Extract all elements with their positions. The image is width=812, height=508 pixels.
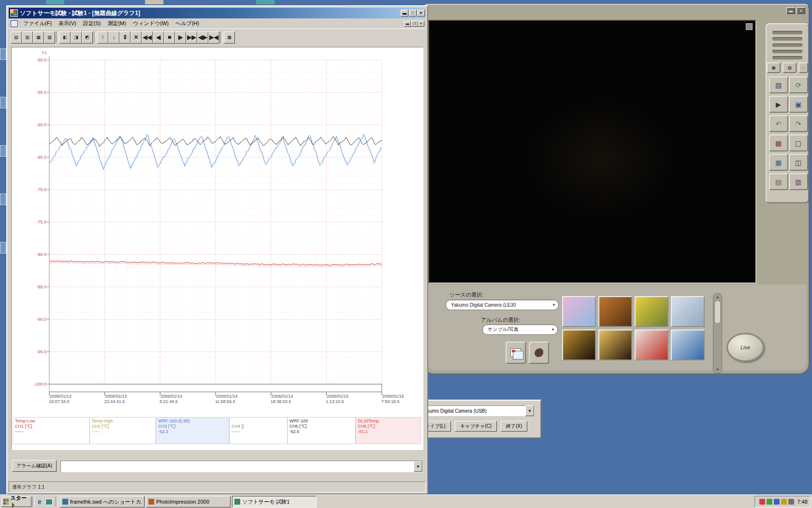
tray-recorder-icon[interactable] <box>759 499 765 505</box>
thumbnail-coast[interactable] <box>671 329 705 360</box>
desktop-icon-sliver[interactable] <box>145 0 163 4</box>
graph-style-3-button[interactable]: ▦ <box>33 31 44 44</box>
auto-scale-button[interactable]: ✕ <box>130 31 142 44</box>
layout-button[interactable]: ▧ <box>769 76 788 93</box>
rotate-left-button[interactable]: ↶ <box>769 115 788 132</box>
tray-network-icon[interactable] <box>767 499 772 505</box>
scroll-up-icon[interactable]: ▲ <box>713 294 722 300</box>
menu-4[interactable]: ウィンドウ(W) <box>130 19 172 28</box>
x-tick-label: '2006/01/1322:44:41.5 <box>104 394 155 404</box>
maximize-button[interactable]: □ <box>409 10 417 16</box>
task-button-2[interactable]: ソフトサーモ 試験1 <box>232 496 317 508</box>
clock[interactable]: 7:48 <box>798 499 808 505</box>
desktop-icon-partial[interactable] <box>0 145 6 157</box>
album-grid-button[interactable]: ▦ <box>769 154 788 171</box>
live-button[interactable]: Live <box>726 333 764 362</box>
alarm-confirm-button[interactable]: アラーム確認(A) <box>12 460 57 472</box>
acquire-button[interactable] <box>529 342 549 364</box>
desktop-icon-partial[interactable] <box>0 48 6 60</box>
source-select-dropdown[interactable]: Yakumo Digital Camera (LE30 ▼ <box>446 299 559 310</box>
desktop-icon-partial[interactable] <box>0 242 6 254</box>
scroll-down-icon[interactable]: ▼ <box>713 366 722 373</box>
scale-3-button[interactable]: ◩ <box>82 31 93 44</box>
task-button-0[interactable]: framethk.swd へのショートカ... <box>60 496 145 508</box>
minimize-button[interactable]: ▬ <box>401 10 408 16</box>
album-select-dropdown[interactable]: サンプル/写真 ▼ <box>482 324 558 335</box>
source-select-label: ソースの選択: <box>450 291 483 299</box>
frame-button[interactable]: ▣ <box>789 96 808 113</box>
minimize-button[interactable]: ▬ <box>786 7 795 14</box>
desktop-icon-sliver[interactable] <box>46 0 64 4</box>
desktop-icon-sliver[interactable] <box>256 0 275 4</box>
zoom-out-icon[interactable]: ⊖ <box>783 62 797 73</box>
tray-device-icon[interactable] <box>788 499 794 505</box>
menu-5[interactable]: ヘルプ(H) <box>172 19 203 28</box>
forward-button[interactable]: ▶ <box>175 31 186 44</box>
zoom-reset-button[interactable]: ▫ <box>798 62 808 73</box>
thumbnail-yellow-flowers[interactable] <box>635 296 668 327</box>
play-button[interactable]: ▶ <box>769 96 788 113</box>
split-view-button[interactable]: ◫ <box>789 154 808 171</box>
close-icon[interactable]: ✕ <box>797 7 805 14</box>
copy-button[interactable]: ▩ <box>769 134 788 151</box>
compress-time-button[interactable]: ▶◀ <box>208 31 219 44</box>
menu-3[interactable]: 測定(M) <box>104 19 130 28</box>
quicklaunch-desktop-icon[interactable] <box>45 499 53 505</box>
mdi-minimize-button[interactable]: ▬ <box>404 21 411 27</box>
menu-2[interactable]: 設定(S) <box>80 19 104 28</box>
mdi-close-icon[interactable]: ✕ <box>418 21 424 27</box>
legend-cell-ch5: WRF-100CH5 [℃]-62.6 <box>287 418 356 444</box>
refresh-button[interactable]: ⟳ <box>789 76 808 93</box>
mdi-child-icon[interactable] <box>11 20 18 27</box>
fast-forward-button[interactable]: ▶▶ <box>186 31 197 44</box>
stop-button[interactable]: ■ <box>164 31 175 44</box>
desktop-icon-partial[interactable] <box>0 97 6 108</box>
grid-settings-button[interactable]: ▦ <box>224 31 235 44</box>
tray-display-icon[interactable] <box>774 499 780 505</box>
back-button[interactable]: ◀ <box>153 31 164 44</box>
list-view-button[interactable]: ▤ <box>769 173 788 190</box>
quicklaunch-ie-icon[interactable]: e <box>36 498 44 506</box>
import-photos-button[interactable] <box>506 342 526 364</box>
tray-volume-icon[interactable] <box>781 499 787 505</box>
expand-time-button[interactable]: ◀▶ <box>197 31 208 44</box>
start-button[interactable]: スタート <box>1 496 31 507</box>
legend-value: -62.3 <box>158 429 227 434</box>
fast-back-button[interactable]: ◀◀ <box>142 31 153 44</box>
graph-style-2-button[interactable]: ▥ <box>22 31 33 44</box>
capture-button[interactable]: キャプチャ(C) <box>455 421 497 432</box>
fit-vertical-button[interactable]: ⇕ <box>119 31 130 44</box>
thumbnail-sparkler[interactable] <box>598 329 632 360</box>
scroll-up-button[interactable]: ↑ <box>97 31 108 44</box>
chevron-down-icon[interactable]: ▼ <box>525 405 534 416</box>
scrollbar-thumb[interactable] <box>714 300 721 324</box>
thumbnail-amber-food[interactable] <box>598 296 632 327</box>
mdi-restore-button[interactable]: ❐ <box>411 21 418 27</box>
alarm-message-dropdown[interactable]: ▼ <box>60 461 423 472</box>
thumbnail-red-figure[interactable] <box>635 329 668 360</box>
menu-1[interactable]: 表示(V) <box>55 19 80 28</box>
graph-style-4-button[interactable]: ▧ <box>44 31 55 44</box>
thumbnail-waterfall[interactable] <box>562 296 596 327</box>
preview-help-icon[interactable] <box>746 23 753 30</box>
exit-button[interactable]: 終了(X) <box>501 421 527 432</box>
scale-1-button[interactable]: ◧ <box>59 31 71 44</box>
scale-2-button[interactable]: ◨ <box>71 31 82 44</box>
thumbnail-scrollbar[interactable]: ▲ ▼ <box>713 293 722 374</box>
graph-style-1-button[interactable]: ▤ <box>11 31 22 44</box>
menu-0[interactable]: ファイル(F) <box>20 19 55 28</box>
thumbnail-night-city[interactable] <box>562 329 596 360</box>
zoom-in-icon[interactable]: ⊕ <box>767 62 781 73</box>
new-page-button[interactable]: ▢ <box>789 134 808 151</box>
bottom-control-deck: ソースの選択: Yakumo Digital Camera (LE30 ▼ アル… <box>428 284 806 371</box>
detail-view-button[interactable]: ▥ <box>789 173 808 190</box>
thumbnail-harbor[interactable] <box>671 296 705 327</box>
desktop-icon-partial[interactable] <box>0 194 6 205</box>
camera-source-dropdown[interactable]: Yakumo Digital Camera (USB) ▼ <box>420 405 535 416</box>
task-button-1[interactable]: PhotoImpression 2000 <box>146 496 231 508</box>
scroll-down-button[interactable]: ↓ <box>108 31 119 44</box>
title-bar[interactable]: ソフトサーモ試験 - 試験1 - [無題曲線グラフ1] ▬ □ ✕ <box>9 8 426 18</box>
close-icon[interactable]: ✕ <box>417 10 425 16</box>
chevron-down-icon[interactable]: ▼ <box>414 461 422 472</box>
rotate-right-button[interactable]: ↷ <box>789 115 808 132</box>
